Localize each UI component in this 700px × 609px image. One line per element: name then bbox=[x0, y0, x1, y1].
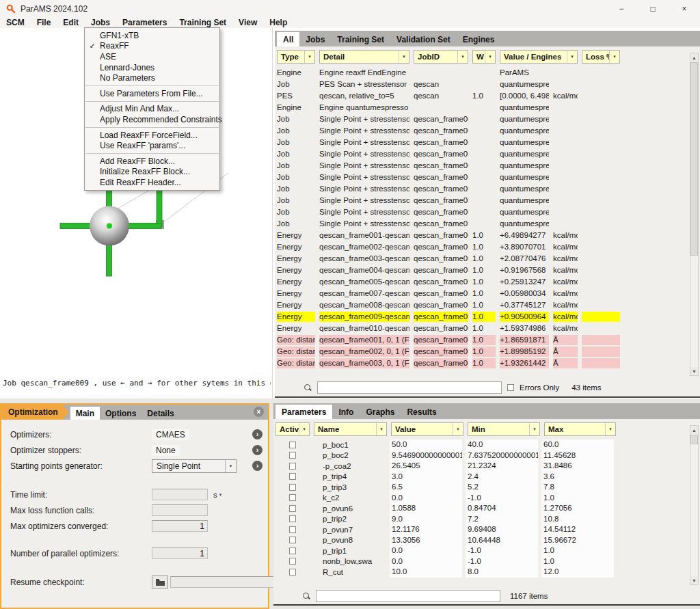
loss-table-row[interactable]: Job PES Scan + stresstensor + ... qescan… bbox=[275, 79, 700, 90]
dropdown-arrow-icon[interactable]: ▾ bbox=[299, 423, 309, 435]
loss-table-row[interactable]: Energy qescan_frame010-qescan_fra qescan… bbox=[275, 323, 700, 334]
dropdown-arrow-icon[interactable]: ▾ bbox=[457, 51, 468, 63]
column-filter-combo[interactable]: Value / Engines ▾ bbox=[500, 50, 578, 64]
parameters-tab[interactable]: Info bbox=[332, 405, 360, 419]
scroll-up-icon[interactable]: ▲ bbox=[690, 426, 698, 434]
loss-table-row[interactable]: Engine Engine reaxff EndEngine ParAMS bbox=[275, 67, 700, 79]
loss-table-row[interactable]: Job Single Point + stresstensor qescan_f… bbox=[275, 218, 700, 230]
active-checkbox[interactable] bbox=[289, 484, 296, 491]
scroll-down-icon[interactable]: ▼ bbox=[690, 576, 698, 584]
optimizer-stoppers-detail-button[interactable]: › bbox=[252, 445, 262, 455]
active-checkbox[interactable] bbox=[289, 452, 296, 459]
training-data-tab[interactable]: Jobs bbox=[299, 32, 331, 46]
training-data-tab[interactable]: All bbox=[277, 32, 299, 46]
browse-folder-button[interactable] bbox=[152, 576, 168, 588]
loss-table-row[interactable]: Energy qescan_frame007-qescan_fra qescan… bbox=[275, 288, 700, 299]
column-filter-combo[interactable]: Type ▾ bbox=[277, 50, 315, 64]
loss-table-row[interactable]: Job Single Point + stresstensor qescan_f… bbox=[275, 172, 700, 183]
loss-table-row[interactable]: Job Single Point + stresstensor qescan_f… bbox=[275, 206, 700, 218]
menu-item[interactable] bbox=[85, 127, 219, 128]
menu-item[interactable] bbox=[85, 153, 219, 154]
training-data-tab[interactable]: Engines bbox=[457, 32, 501, 46]
active-checkbox[interactable] bbox=[289, 494, 296, 501]
column-filter-combo[interactable]: Value ▾ bbox=[391, 422, 463, 436]
parameter-row[interactable]: p_trip3 6.5 5.2 7.8 bbox=[273, 482, 700, 493]
menubar-item[interactable]: Jobs bbox=[85, 18, 116, 28]
active-checkbox[interactable] bbox=[289, 569, 296, 576]
loss-table-row[interactable]: Energy qescan_frame009-qescan_fra qescan… bbox=[275, 311, 700, 323]
active-checkbox[interactable] bbox=[289, 526, 296, 533]
time-limit-input[interactable] bbox=[152, 489, 208, 500]
menu-item[interactable]: No Parameters bbox=[85, 72, 219, 83]
loss-table-row[interactable]: Energy qescan_frame008-qescan_fra qescan… bbox=[275, 299, 700, 311]
menu-item[interactable]: Use Parameters From File... bbox=[85, 88, 219, 99]
time-unit-select[interactable]: s ▾ bbox=[213, 491, 221, 499]
column-filter-combo[interactable]: JobID ▾ bbox=[414, 50, 468, 64]
max-converged-input[interactable] bbox=[152, 520, 208, 532]
optimization-panel-tab[interactable]: Optimization bbox=[1, 405, 69, 420]
parallel-optimizers-input[interactable] bbox=[152, 547, 208, 559]
active-checkbox[interactable] bbox=[289, 505, 296, 512]
dropdown-arrow-icon[interactable]: ▾ bbox=[529, 423, 539, 435]
loss-table-row[interactable]: Geo: distance qescan_frame001, 0, 1 (F-L… bbox=[275, 334, 700, 346]
parameter-row[interactable]: p_boc2 9.546900000000001 7.6375200000000… bbox=[273, 450, 700, 461]
menubar-item[interactable]: Help bbox=[263, 18, 293, 28]
loss-table-row[interactable]: Geo: distance qescan_frame003, 0, 1 (F-L… bbox=[275, 357, 700, 369]
column-filter-combo[interactable]: Loss % ▾ bbox=[582, 50, 620, 64]
menu-item[interactable]: Edit ReaxFF Header... bbox=[85, 177, 219, 188]
scrollbar-thumb[interactable] bbox=[690, 435, 698, 444]
dropdown-arrow-icon[interactable]: ▾ bbox=[609, 51, 619, 63]
active-checkbox[interactable] bbox=[289, 463, 296, 470]
loss-table-row[interactable]: Job Single Point + stresstensor qescan_f… bbox=[275, 160, 700, 172]
menu-item[interactable]: Load ReaxFF ForceField... bbox=[85, 130, 219, 141]
training-data-tab[interactable]: Validation Set bbox=[390, 32, 457, 46]
parameter-row[interactable]: p_ovun6 1.0588 0.84704 1.27056 bbox=[273, 503, 700, 514]
loss-table-row[interactable]: Job Single Point + stresstensor qescan_f… bbox=[275, 125, 700, 137]
optimization-tab[interactable]: Main bbox=[70, 407, 100, 420]
dropdown-arrow-icon[interactable]: ▾ bbox=[399, 51, 409, 63]
loss-table-row[interactable]: Energy qescan_frame001-qescan_fra qescan… bbox=[275, 230, 700, 241]
menu-item[interactable]: Use ReaxFF 'params'... bbox=[85, 140, 219, 151]
column-filter-combo[interactable]: Name ▾ bbox=[314, 422, 387, 436]
active-checkbox[interactable] bbox=[289, 473, 296, 480]
loss-table-row[interactable]: Geo: distance qescan_frame002, 0, 1 (F-L… bbox=[275, 346, 700, 357]
active-checkbox[interactable] bbox=[289, 442, 296, 448]
active-checkbox[interactable] bbox=[289, 537, 296, 543]
column-filter-combo[interactable]: Detail ▾ bbox=[319, 50, 409, 64]
loss-table-row[interactable]: Energy qescan_frame005-qescan_fra qescan… bbox=[275, 276, 700, 288]
parameter-row[interactable]: -p_coa2 26.5405 21.2324 31.8486 bbox=[273, 461, 700, 472]
parameter-row[interactable]: p_ovun7 12.1176 9.69408 14.54112 bbox=[273, 524, 700, 535]
parameter-row[interactable]: p_trip1 0.0 -1.0 1.0 bbox=[273, 545, 700, 556]
close-window-button[interactable]: × bbox=[669, 0, 700, 18]
parameters-tab[interactable]: Graphs bbox=[360, 405, 401, 419]
active-checkbox[interactable] bbox=[289, 515, 296, 522]
column-filter-combo[interactable]: Min ▾ bbox=[468, 422, 540, 436]
loss-table-row[interactable]: Job Single Point + stresstensor qescan_f… bbox=[275, 195, 700, 206]
optimizers-detail-button[interactable]: › bbox=[252, 429, 262, 439]
parameter-row[interactable]: p_trip4 3.0 2.4 3.6 bbox=[273, 472, 700, 483]
parameters-tab[interactable]: Parameters bbox=[275, 405, 332, 419]
scroll-up-icon[interactable]: ▲ bbox=[690, 53, 698, 62]
dropdown-arrow-icon[interactable]: ▾ bbox=[376, 423, 386, 435]
parameter-row[interactable]: p_boc1 50.0 40.0 60.0 bbox=[273, 439, 700, 450]
training-data-tab[interactable]: Training Set bbox=[331, 32, 390, 46]
optimization-tab[interactable]: Details bbox=[142, 407, 179, 420]
loss-table-row[interactable]: Job Single Point + stresstensor qescan_f… bbox=[275, 113, 700, 125]
menu-item[interactable]: ✓ ReaxFF bbox=[85, 41, 219, 52]
menu-item[interactable]: Add ReaxFF Block... bbox=[85, 156, 219, 167]
menu-item[interactable]: Initialize ReaxFF Block... bbox=[85, 167, 219, 178]
menubar-item[interactable]: Edit bbox=[57, 18, 85, 28]
dropdown-arrow-icon[interactable]: ▾ bbox=[567, 51, 577, 63]
loss-table-row[interactable]: Job Single Point + stresstensor qescan_f… bbox=[275, 137, 700, 148]
parameter-row[interactable]: k_c2 0.0 -1.0 1.0 bbox=[273, 493, 700, 504]
parameter-row[interactable]: nonb_low,swa 0.0 -1.0 1.0 bbox=[273, 556, 700, 567]
menu-item[interactable]: Lennard-Jones bbox=[85, 62, 219, 73]
close-panel-icon[interactable]: × bbox=[254, 407, 264, 417]
dropdown-arrow-icon[interactable]: ▾ bbox=[605, 423, 615, 435]
max-calls-input[interactable] bbox=[152, 504, 208, 516]
parameters-search-input[interactable] bbox=[316, 590, 500, 602]
parameters-scrollbar[interactable]: ▲ ▼ bbox=[690, 425, 699, 585]
menu-item[interactable]: ASE bbox=[85, 51, 219, 62]
parameter-row[interactable]: R_cut 10.0 8.0 12.0 bbox=[273, 567, 700, 578]
loss-table-row[interactable]: Energy qescan_frame002-qescan_fra qescan… bbox=[275, 241, 700, 253]
